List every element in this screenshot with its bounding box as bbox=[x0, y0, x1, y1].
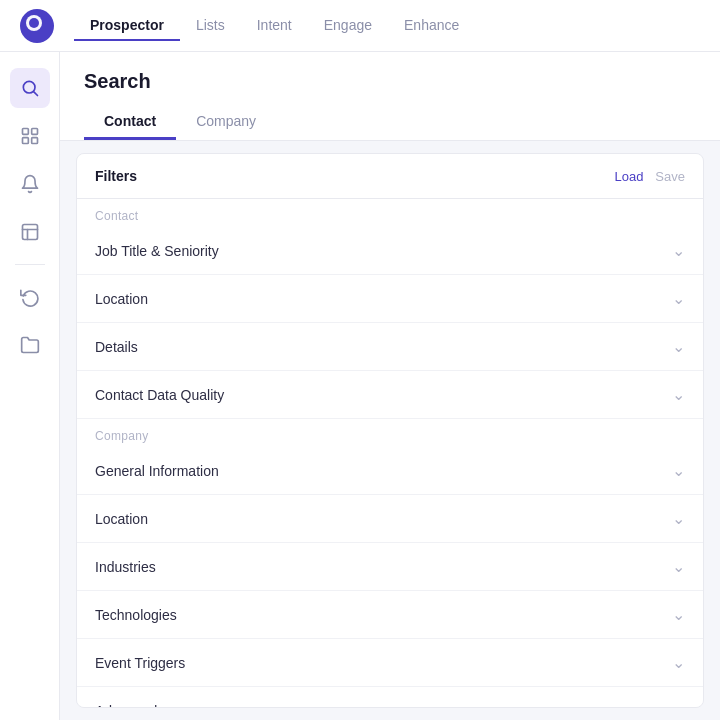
filter-industries[interactable]: Industries ⌄ bbox=[77, 543, 703, 591]
filter-advanced[interactable]: Advanced ⌄ bbox=[77, 687, 703, 708]
filter-details[interactable]: Details ⌄ bbox=[77, 323, 703, 371]
svg-rect-6 bbox=[31, 129, 37, 135]
page-header: Search Contact Company bbox=[60, 52, 720, 141]
sidebar-item-contacts[interactable] bbox=[10, 116, 50, 156]
chevron-down-icon: ⌄ bbox=[672, 289, 685, 308]
filters-label: Filters bbox=[95, 168, 137, 184]
nav-items: Prospector Lists Intent Engage Enhance bbox=[74, 11, 475, 41]
filter-details-label: Details bbox=[95, 339, 138, 355]
filter-company-location[interactable]: Location ⌄ bbox=[77, 495, 703, 543]
app-logo[interactable] bbox=[20, 9, 54, 43]
sidebar-item-search[interactable] bbox=[10, 68, 50, 108]
filters-panel: Filters Load Save Contact Job Title & Se… bbox=[76, 153, 704, 708]
save-button[interactable]: Save bbox=[655, 169, 685, 184]
svg-rect-8 bbox=[31, 138, 37, 144]
filter-general-information-label: General Information bbox=[95, 463, 219, 479]
filter-contact-data-quality-label: Contact Data Quality bbox=[95, 387, 224, 403]
chevron-down-icon: ⌄ bbox=[672, 461, 685, 480]
nav-intent[interactable]: Intent bbox=[241, 11, 308, 41]
svg-rect-9 bbox=[22, 225, 37, 240]
filter-contact-data-quality[interactable]: Contact Data Quality ⌄ bbox=[77, 371, 703, 419]
company-section-header: Company bbox=[77, 419, 703, 447]
sidebar-item-folder[interactable] bbox=[10, 325, 50, 365]
filter-contact-location[interactable]: Location ⌄ bbox=[77, 275, 703, 323]
chevron-down-icon: ⌄ bbox=[672, 241, 685, 260]
nav-engage[interactable]: Engage bbox=[308, 11, 388, 41]
filter-general-information[interactable]: General Information ⌄ bbox=[77, 447, 703, 495]
svg-point-3 bbox=[23, 81, 35, 93]
filter-technologies[interactable]: Technologies ⌄ bbox=[77, 591, 703, 639]
contact-section-header: Contact bbox=[77, 199, 703, 227]
chevron-down-icon: ⌄ bbox=[672, 653, 685, 672]
filter-contact-location-label: Location bbox=[95, 291, 148, 307]
svg-line-4 bbox=[33, 92, 37, 96]
filters-header: Filters Load Save bbox=[77, 154, 703, 199]
chevron-down-icon: ⌄ bbox=[672, 605, 685, 624]
sidebar bbox=[0, 52, 60, 720]
filter-event-triggers[interactable]: Event Triggers ⌄ bbox=[77, 639, 703, 687]
filter-industries-label: Industries bbox=[95, 559, 156, 575]
chevron-down-icon: ⌄ bbox=[672, 509, 685, 528]
chevron-down-icon: ⌄ bbox=[672, 337, 685, 356]
tab-contact[interactable]: Contact bbox=[84, 105, 176, 140]
nav-enhance[interactable]: Enhance bbox=[388, 11, 475, 41]
filter-job-title-label: Job Title & Seniority bbox=[95, 243, 219, 259]
sidebar-item-notifications[interactable] bbox=[10, 164, 50, 204]
svg-rect-7 bbox=[22, 138, 28, 144]
tab-company[interactable]: Company bbox=[176, 105, 276, 140]
filter-job-title[interactable]: Job Title & Seniority ⌄ bbox=[77, 227, 703, 275]
filter-advanced-label: Advanced bbox=[95, 703, 157, 709]
nav-lists[interactable]: Lists bbox=[180, 11, 241, 41]
chevron-down-icon: ⌄ bbox=[672, 557, 685, 576]
page-title: Search bbox=[84, 70, 696, 93]
sidebar-divider bbox=[15, 264, 45, 265]
chevron-down-icon: ⌄ bbox=[672, 701, 685, 708]
top-nav: Prospector Lists Intent Engage Enhance bbox=[0, 0, 720, 52]
nav-prospector[interactable]: Prospector bbox=[74, 11, 180, 41]
filters-actions: Load Save bbox=[614, 169, 685, 184]
load-button[interactable]: Load bbox=[614, 169, 643, 184]
chevron-down-icon: ⌄ bbox=[672, 385, 685, 404]
filter-technologies-label: Technologies bbox=[95, 607, 177, 623]
tab-bar: Contact Company bbox=[84, 105, 696, 140]
sidebar-item-history[interactable] bbox=[10, 277, 50, 317]
svg-rect-5 bbox=[22, 129, 28, 135]
filter-company-location-label: Location bbox=[95, 511, 148, 527]
filter-event-triggers-label: Event Triggers bbox=[95, 655, 185, 671]
main-layout: Search Contact Company Filters Load Save… bbox=[0, 52, 720, 720]
svg-point-2 bbox=[29, 18, 39, 28]
main-content: Search Contact Company Filters Load Save… bbox=[60, 52, 720, 720]
sidebar-item-analytics[interactable] bbox=[10, 212, 50, 252]
